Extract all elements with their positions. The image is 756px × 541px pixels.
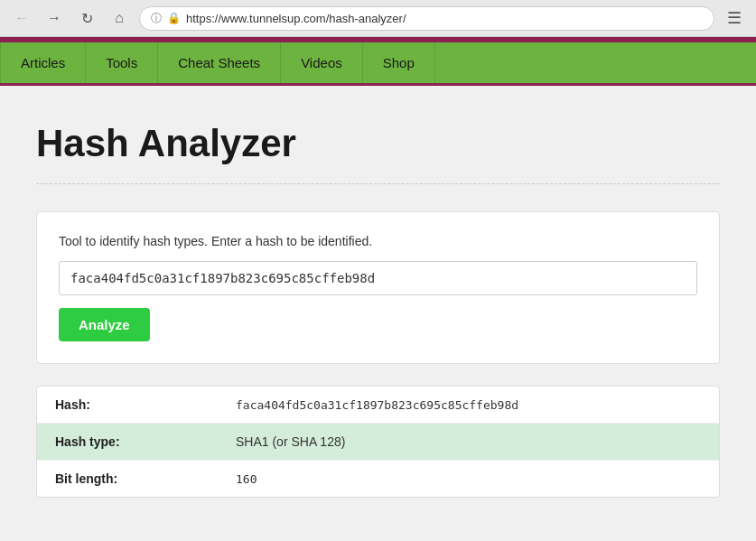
result-row-hash-type: Hash type: SHA1 (or SHA 128): [37, 424, 719, 461]
browser-chrome: ← → ↻ ⌂ ⓘ 🔒 https://www.tunnelsup.com/ha…: [0, 0, 756, 37]
forward-button[interactable]: →: [42, 5, 67, 31]
tool-description: Tool to identify hash types. Enter a has…: [59, 234, 697, 248]
url-path: /hash-analyzer/: [326, 12, 406, 25]
divider: [36, 183, 720, 184]
result-label-hash-type: Hash type:: [55, 434, 236, 449]
result-value-bit-length: 160: [236, 472, 257, 486]
hash-input[interactable]: [59, 261, 697, 295]
site-nav: Articles Tools Cheat Sheets Videos Shop: [0, 42, 756, 86]
results-card: Hash: faca404fd5c0a31cf1897b823c695c85cf…: [36, 386, 720, 498]
url-domain: tunnelsup.com: [249, 12, 326, 25]
analyze-button[interactable]: Analyze: [59, 308, 150, 341]
result-value-hash: faca404fd5c0a31cf1897b823c695c85cffeb98d: [236, 398, 518, 412]
url-protocol: https://www.: [186, 12, 249, 25]
result-row-hash: Hash: faca404fd5c0a31cf1897b823c695c85cf…: [37, 387, 719, 424]
result-row-bit-length: Bit length: 160: [37, 461, 719, 497]
tool-card: Tool to identify hash types. Enter a has…: [36, 211, 720, 364]
nav-item-cheat-sheets[interactable]: Cheat Sheets: [158, 42, 281, 83]
nav-item-shop[interactable]: Shop: [363, 42, 435, 83]
result-value-hash-type: SHA1 (or SHA 128): [236, 434, 345, 449]
lock-icon: 🔒: [167, 12, 181, 24]
info-icon: ⓘ: [151, 11, 162, 26]
result-label-bit-length: Bit length:: [55, 471, 236, 486]
nav-item-tools[interactable]: Tools: [86, 42, 158, 83]
nav-item-videos[interactable]: Videos: [281, 42, 363, 83]
page-title: Hash Analyzer: [36, 122, 720, 165]
address-bar[interactable]: ⓘ 🔒 https://www.tunnelsup.com/hash-analy…: [139, 6, 714, 31]
home-button[interactable]: ⌂: [107, 5, 132, 31]
result-label-hash: Hash:: [55, 397, 236, 412]
reload-button[interactable]: ↻: [74, 5, 99, 31]
back-button[interactable]: ←: [9, 5, 34, 31]
url-text: https://www.tunnelsup.com/hash-analyzer/: [186, 12, 406, 25]
nav-item-articles[interactable]: Articles: [0, 42, 86, 83]
browser-toolbar: ← → ↻ ⌂ ⓘ 🔒 https://www.tunnelsup.com/ha…: [0, 0, 756, 36]
main-content: Hash Analyzer Tool to identify hash type…: [0, 86, 756, 534]
browser-menu-button[interactable]: ☰: [722, 5, 747, 31]
